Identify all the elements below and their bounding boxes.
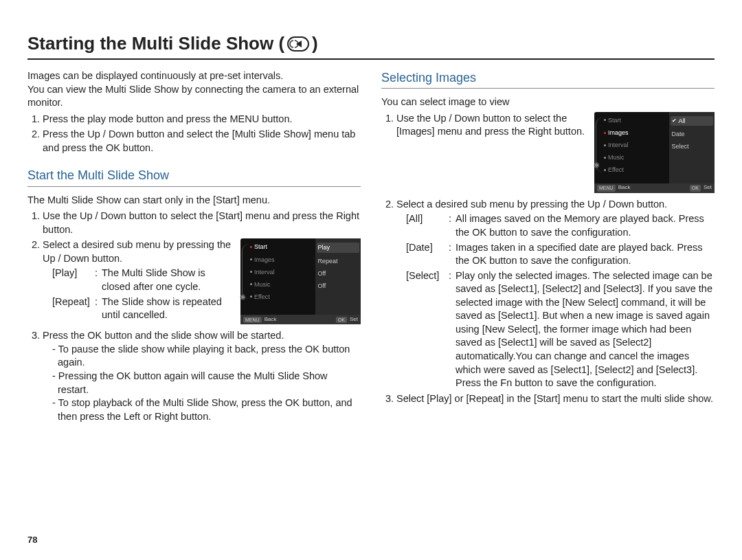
slideshow-small-icon-2: ◉ (594, 160, 600, 170)
title-text-suffix: ) (312, 33, 318, 54)
def-play: [Play] : The Multi Slide Show is closed … (43, 267, 234, 293)
selecting-steps: ◉ Start Images Interval Music Effect ✔Al… (384, 112, 715, 405)
start-lead: The Multi Slide Show can start only in t… (27, 194, 361, 208)
camera-ui-screenshot-start: ◉ Start Images Interval Music Effect Pla… (240, 238, 361, 324)
intro-steps: Press the play mode button and press the… (30, 113, 361, 155)
camera-ui-footer: MENU Back OK Set (240, 315, 361, 324)
submenu-play: Play (317, 243, 360, 252)
selecting-step-1: ◉ Start Images Interval Music Effect ✔Al… (396, 112, 715, 196)
submenu-off2: Off (318, 282, 359, 290)
footer-set-label: Set (350, 316, 358, 324)
submenu2-all: ✔All (671, 116, 714, 126)
menu2-item-start: Start (604, 116, 666, 124)
footer2-set-label: Set (704, 184, 712, 192)
footer2-back-label: Back (618, 184, 631, 192)
start-step-1: Use the Up / Down button to select the [… (43, 210, 361, 236)
def-date: [Date] : Images taken in a specified dat… (396, 241, 715, 268)
multi-slideshow-icon (287, 36, 309, 52)
dash-1: - To pause the slide show while playing … (48, 343, 361, 370)
footer-menu-btn: MENU (243, 317, 262, 323)
dash-2: - Pressing the OK button again will caus… (48, 370, 361, 396)
menu-item-start: Start (250, 243, 313, 251)
right-column: Selecting Images You can select image to… (381, 69, 715, 429)
section-title-selecting: Selecting Images (381, 69, 715, 89)
menu2-item-music: Music (604, 153, 666, 161)
start-step-2: ◉ Start Images Interval Music Effect Pla… (43, 238, 361, 327)
submenu-repeat: Repeat (318, 257, 359, 265)
def-all: [All] : All images saved on the Memory a… (396, 212, 715, 239)
def-select: [Select] : Play only the selected images… (396, 269, 715, 390)
menu2-item-interval: Interval (604, 141, 666, 149)
page-title: Starting the Multi Slide Show ( ) (27, 33, 715, 60)
intro-step-2: Press the Up / Down button and select th… (43, 128, 361, 155)
selecting-step-3: Select [Play] or [Repeat] in the [Start]… (396, 392, 715, 406)
footer-back-label: Back (265, 316, 277, 324)
submenu-off1: Off (318, 269, 359, 278)
left-column: Images can be displayed continuously at … (27, 69, 361, 429)
camera-ui-footer-2: MENU Back OK Set (594, 183, 715, 193)
intro-paragraph-2: You can view the Multi Slide Show by con… (27, 83, 361, 110)
section-title-start: Start the Multi Slide Show (27, 167, 361, 186)
intro-step-1: Press the play mode button and press the… (43, 113, 361, 126)
footer-ok-btn: OK (336, 317, 347, 323)
page-number: 78 (27, 535, 37, 545)
selecting-step-2: Select a desired sub menu by pressing th… (396, 198, 715, 390)
menu2-item-images: Images (604, 128, 666, 137)
submenu2-date: Date (672, 130, 712, 138)
title-text-prefix: Starting the Multi Slide Show ( (27, 33, 284, 54)
menu2-item-effect: Effect (604, 166, 666, 174)
start-step-2-text: Select a desired sub menu by pressing th… (43, 239, 231, 264)
start-steps: Use the Up / Down button to select the [… (30, 210, 361, 423)
camera-ui-screenshot-images: ◉ Start Images Interval Music Effect ✔Al… (594, 112, 715, 193)
footer2-ok-btn: OK (690, 185, 701, 191)
dash-3: - To stop playback of the Multi Slide Sh… (48, 396, 361, 423)
intro-paragraph-1: Images can be displayed continuously at … (27, 69, 361, 83)
menu-item-images: Images (250, 256, 313, 264)
slideshow-small-icon: ◉ (240, 292, 246, 302)
def-repeat: [Repeat] : The Slide show is repeated un… (43, 295, 234, 322)
submenu2-select: Select (672, 142, 712, 150)
footer2-menu-btn: MENU (597, 185, 616, 191)
menu-item-interval: Interval (250, 268, 313, 276)
menu-item-music: Music (250, 280, 313, 289)
selecting-lead: You can select image to view (381, 96, 715, 109)
start-step-3: Press the OK button and the slide show w… (43, 329, 361, 423)
menu-item-effect: Effect (250, 293, 313, 301)
